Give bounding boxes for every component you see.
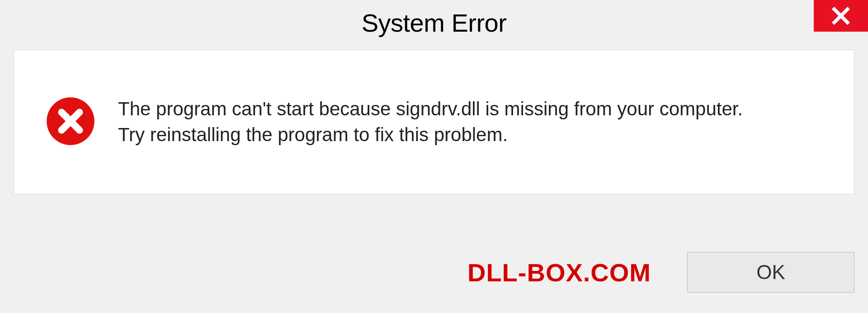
- footer: DLL-BOX.COM OK: [14, 245, 854, 299]
- close-icon: [831, 6, 851, 26]
- ok-button-label: OK: [756, 261, 785, 284]
- close-button[interactable]: [814, 0, 868, 32]
- dialog-title: System Error: [362, 8, 507, 38]
- error-icon: [46, 96, 95, 146]
- message-block: The program can't start because signdrv.…: [118, 96, 836, 147]
- titlebar: System Error: [0, 0, 868, 45]
- content-panel: The program can't start because signdrv.…: [14, 50, 854, 194]
- ok-button[interactable]: OK: [687, 252, 854, 293]
- message-line-1: The program can't start because signdrv.…: [118, 96, 836, 122]
- message-line-2: Try reinstalling the program to fix this…: [118, 122, 836, 148]
- error-icon-wrap: [46, 96, 95, 148]
- watermark-text: DLL-BOX.COM: [467, 258, 651, 287]
